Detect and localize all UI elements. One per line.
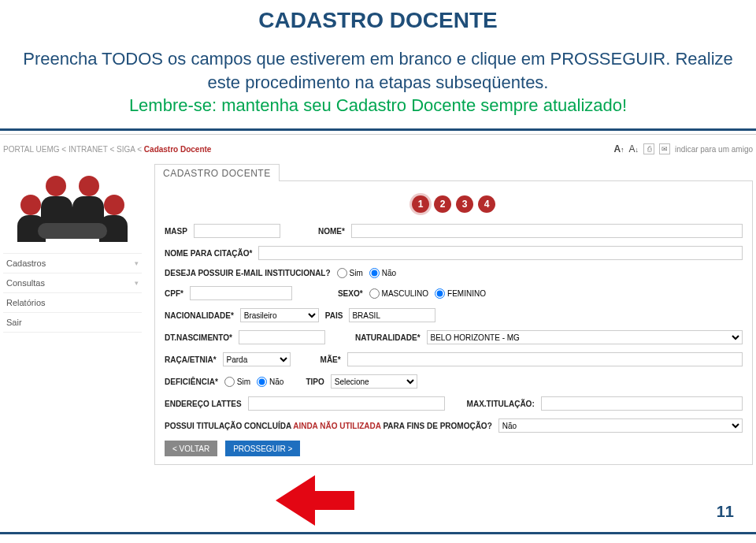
lattes-field[interactable] [248,396,445,411]
mail-icon[interactable]: ✉ [659,143,670,154]
sexo-masc-input[interactable] [369,288,380,299]
prosseguir-button[interactable]: PROSSEGUIR > [225,441,300,456]
font-decrease-label: A [629,143,636,154]
cpf-field[interactable] [190,286,292,300]
breadcrumb: PORTAL UEMG < INTRANET < SIGA < Cadastro… [3,145,211,154]
step-indicator: 1 2 3 4 [165,195,743,213]
page-number: 11 [717,503,734,521]
nome-label: NOME* [318,227,345,236]
instruction-line-1a: Preencha TODOS os campos que estiverem e… [23,49,670,69]
deficiencia-label: DEFICIÊNCIA* [165,377,218,386]
panel-tab: CADASTRO DOCENTE [154,164,280,181]
email-sim-radio[interactable]: Sim [337,268,363,278]
instructions: Preencha TODOS os campos que estiverem e… [19,47,737,117]
sidebar-item-label: Consultas [6,278,45,288]
breadcrumb-prefix: PORTAL UEMG < INTRANET < SIGA < [3,145,144,154]
mae-label: MÃE* [321,355,341,364]
pais-label: PAIS [325,311,343,320]
nome-field[interactable] [351,224,743,238]
sidebar-item-cadastros[interactable]: Cadastros▾ [3,254,142,273]
titulacao-select[interactable]: Não [498,418,743,433]
pais-field[interactable] [349,308,435,322]
sexo-masc-text: MASCULINO [382,289,428,298]
sidebar-item-label: Relatórios [6,298,46,307]
arrow-up-icon: ↑ [621,146,624,154]
font-increase-button[interactable]: A↑ [613,143,624,154]
font-decrease-button[interactable]: A↓ [629,143,639,154]
step-3[interactable]: 3 [456,195,473,213]
email-inst-label: DESEJA POSSUIR E-MAIL INSTITUCIONAL? [165,269,331,277]
breadcrumb-active: Cadastro Docente [144,145,212,154]
tipo-label: TIPO [306,377,324,386]
bottom-border [0,532,756,543]
titulacao-question: POSSUI TITULAÇÃO CONCLUÍDA AINDA NÃO UTI… [165,422,492,430]
titulacao-q-part-b: AINDA NÃO UTILIZADA [293,422,380,430]
tipo-select[interactable]: Selecione [331,374,417,389]
email-sim-input[interactable] [337,268,347,278]
sidebar-item-label: Sair [6,318,22,327]
citacao-field[interactable] [258,246,743,260]
citacao-label: NOME PARA CITAÇÃO* [165,249,252,258]
lattes-label: ENDEREÇO LATTES [165,400,242,408]
step-4[interactable]: 4 [478,195,495,213]
form-panel: 1 2 3 4 MASP NOME* NOME PARA CITAÇÃO* DE [154,180,753,465]
raca-label: RAÇA/ETNIA* [165,355,217,364]
naturalidade-label: NATURALIDADE* [355,333,421,342]
maxtit-field[interactable] [541,396,743,411]
def-nao-text: Não [269,377,284,386]
def-nao-input[interactable] [257,377,267,387]
sidebar-item-label: Cadastros [6,258,46,268]
mae-field[interactable] [347,352,743,366]
titulacao-q-part-c: PARA FINS DE PROMOÇÃO? [381,422,492,430]
sidebar: Cadastros▾ Consultas▾ Relatórios Sair [3,163,142,465]
def-nao-radio[interactable]: Não [257,377,284,387]
divider [0,128,756,131]
def-sim-text: Sim [237,377,250,386]
font-increase-label: A [613,143,621,154]
sexo-label: SEXO* [338,289,363,298]
people-group-icon [17,173,128,244]
step-2[interactable]: 2 [434,195,451,213]
nacionalidade-select[interactable]: Brasileiro [240,308,319,322]
indicate-link[interactable]: indicar para um amigo [675,145,753,154]
cpf-label: CPF* [165,289,183,298]
def-sim-radio[interactable]: Sim [224,377,250,387]
sidebar-item-consultas[interactable]: Consultas▾ [3,273,142,293]
email-nao-input[interactable] [369,268,380,278]
dtnasc-field[interactable] [239,330,325,344]
step-1[interactable]: 1 [412,195,429,213]
email-nao-radio[interactable]: Não [369,268,396,278]
masp-label: MASP [165,227,187,236]
naturalidade-select[interactable]: BELO HORIZONTE - MG [427,330,743,344]
sidebar-item-sair[interactable]: Sair [3,313,142,333]
red-arrow-icon [276,475,354,523]
email-sim-text: Sim [350,269,363,277]
raca-select[interactable]: Parda [223,352,291,366]
email-nao-text: Não [382,269,396,277]
sexo-fem-input[interactable] [435,288,445,299]
maxtit-label: MAX.TITULAÇÃO: [467,400,535,408]
titulacao-q-part-a: POSSUI TITULAÇÃO CONCLUÍDA [165,422,293,430]
sidebar-item-relatorios[interactable]: Relatórios [3,293,142,313]
sexo-fem-text: FEMININO [447,289,486,298]
sexo-fem-radio[interactable]: FEMININO [435,288,486,299]
chevron-down-icon: ▾ [135,259,139,267]
dtnasc-label: DT.NASCIMENTO* [165,333,232,342]
print-icon[interactable]: ⎙ [643,143,654,154]
masp-field[interactable] [194,224,280,238]
chevron-down-icon: ▾ [135,279,139,287]
def-sim-input[interactable] [224,377,235,387]
voltar-button[interactable]: < VOLTAR [165,441,217,456]
arrow-down-icon: ↓ [636,146,639,154]
sexo-masc-radio[interactable]: MASCULINO [369,288,428,299]
nacionalidade-label: NACIONALIDADE* [165,311,234,320]
page-title: CADASTRO DOCENTE [19,8,737,33]
instruction-line-2: Lembre-se: mantenha seu Cadastro Docente… [129,95,627,115]
screenshot-area: PORTAL UEMG < INTRANET < SIGA < Cadastro… [0,134,756,465]
